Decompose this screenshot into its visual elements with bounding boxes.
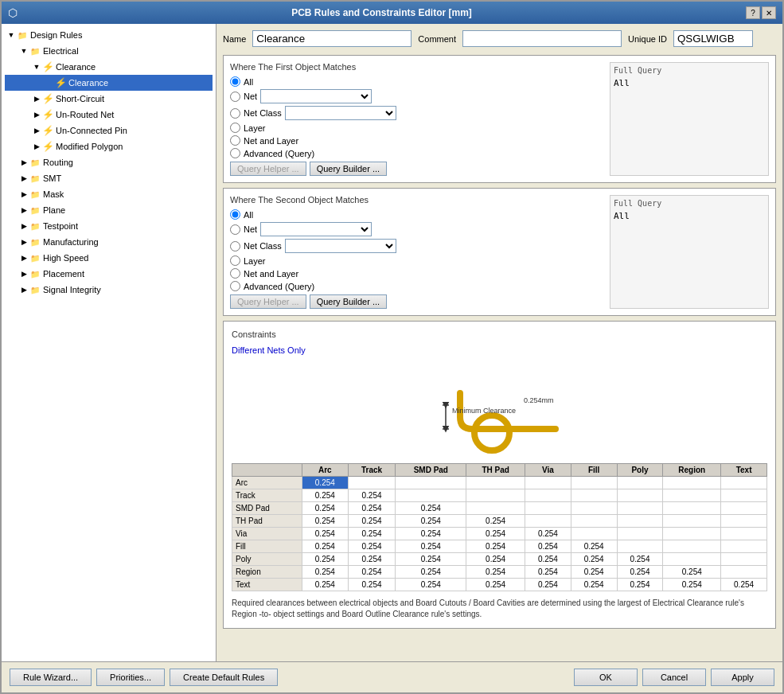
expand-icon[interactable]: ▶ [19, 270, 29, 278]
tree-item-signal-integrity[interactable]: ▶ 📁 Signal Integrity [5, 282, 213, 298]
cell-text-text[interactable]: 0.254 [721, 579, 767, 591]
help-button[interactable]: ? [746, 6, 760, 19]
tree-item-smt[interactable]: ▶ 📁 SMT [5, 170, 213, 186]
cell-th-arc[interactable]: 0.254 [302, 515, 348, 528]
cell-poly-arc[interactable]: 0.254 [302, 553, 348, 566]
cell-fill-track[interactable]: 0.254 [348, 540, 396, 553]
expand-icon[interactable]: ▼ [19, 47, 29, 55]
second-advanced-radio[interactable] [230, 281, 240, 291]
cell-region-track[interactable]: 0.254 [348, 566, 396, 579]
tree-item-design-rules[interactable]: ▼ 📁 Design Rules [5, 27, 213, 43]
cell-via-track[interactable]: 0.254 [348, 528, 396, 540]
tree-item-clearance[interactable]: ⚡ Clearance [5, 75, 213, 91]
apply-btn[interactable]: Apply [711, 669, 774, 686]
tree-item-electrical[interactable]: ▼ 📁 Electrical [5, 43, 213, 59]
cell-fill-smd[interactable]: 0.254 [396, 540, 466, 553]
cell-region-via[interactable]: 0.254 [525, 566, 571, 579]
cell-via-via[interactable]: 0.254 [525, 528, 571, 540]
name-input[interactable] [252, 30, 412, 47]
expand-icon[interactable]: ▶ [19, 254, 29, 262]
create-default-btn[interactable]: Create Default Rules [170, 669, 278, 686]
second-query-helper-btn[interactable]: Query Helper ... [230, 294, 306, 309]
cell-text-th[interactable]: 0.254 [466, 579, 525, 591]
cell-region-smd[interactable]: 0.254 [396, 566, 466, 579]
cell-text-track[interactable]: 0.254 [348, 579, 396, 591]
cell-smd-arc[interactable]: 0.254 [302, 502, 348, 515]
cell-fill-th[interactable]: 0.254 [466, 540, 525, 553]
cell-region-arc[interactable]: 0.254 [302, 566, 348, 579]
cell-via-th[interactable]: 0.254 [466, 528, 525, 540]
cell-region-region[interactable]: 0.254 [663, 566, 721, 579]
tree-item-routing[interactable]: ▶ 📁 Routing [5, 154, 213, 170]
expand-icon[interactable]: ▶ [19, 206, 29, 214]
cell-poly-track[interactable]: 0.254 [348, 553, 396, 566]
second-all-radio[interactable] [230, 209, 240, 220]
cell-region-fill[interactable]: 0.254 [571, 566, 617, 579]
expand-icon[interactable]: ▶ [19, 238, 29, 246]
expand-icon[interactable]: ▶ [32, 127, 41, 135]
cell-region-th[interactable]: 0.254 [466, 566, 525, 579]
second-net-radio[interactable] [230, 224, 240, 235]
cell-via-arc[interactable]: 0.254 [302, 528, 348, 540]
cell-region-poly[interactable]: 0.254 [617, 566, 663, 579]
tree-item-testpoint[interactable]: ▶ 📁 Testpoint [5, 218, 213, 234]
cell-th-th[interactable]: 0.254 [466, 515, 525, 528]
expand-icon[interactable]: ▶ [32, 142, 41, 150]
cell-th-track[interactable]: 0.254 [348, 515, 396, 528]
cell-text-poly[interactable]: 0.254 [617, 579, 663, 591]
second-netclass-radio[interactable] [230, 241, 240, 251]
tree-item-placement[interactable]: ▶ 📁 Placement [5, 266, 213, 282]
tree-item-plane[interactable]: ▶ 📁 Plane [5, 202, 213, 218]
cell-smd-smd[interactable]: 0.254 [396, 502, 466, 515]
cell-th-smd[interactable]: 0.254 [396, 515, 466, 528]
cancel-btn[interactable]: Cancel [642, 669, 706, 686]
close-button[interactable]: ✕ [762, 6, 776, 19]
first-net-select[interactable] [260, 89, 372, 103]
tree-item-un-connected-pin[interactable]: ▶ ⚡ Un-Connected Pin [5, 123, 213, 138]
comment-input[interactable] [462, 30, 622, 47]
tree-item-short-circuit[interactable]: ▶ ⚡ Short-Circuit [5, 91, 213, 107]
tree-item-manufacturing[interactable]: ▶ 📁 Manufacturing [5, 234, 213, 250]
unique-id-input[interactable] [673, 30, 753, 47]
second-net-select[interactable] [260, 222, 372, 236]
cell-text-via[interactable]: 0.254 [525, 579, 571, 591]
cell-smd-track[interactable]: 0.254 [348, 502, 396, 515]
cell-poly-smd[interactable]: 0.254 [396, 553, 466, 566]
expand-icon[interactable]: ▼ [32, 63, 41, 71]
first-query-helper-btn[interactable]: Query Helper ... [230, 162, 306, 176]
first-layer-radio[interactable] [230, 123, 240, 133]
first-query-builder-btn[interactable]: Query Builder ... [310, 162, 387, 176]
cell-track-track[interactable]: 0.254 [348, 489, 396, 502]
second-netlayer-radio[interactable] [230, 268, 240, 279]
expand-icon[interactable]: ▶ [19, 174, 29, 182]
expand-icon[interactable]: ▶ [19, 158, 29, 166]
second-layer-radio[interactable] [230, 255, 240, 266]
first-net-radio[interactable] [230, 92, 240, 102]
rule-wizard-btn[interactable]: Rule Wizard... [10, 669, 92, 686]
first-advanced-radio[interactable] [230, 148, 240, 158]
cell-text-fill[interactable]: 0.254 [571, 579, 617, 591]
cell-fill-fill[interactable]: 0.254 [571, 540, 617, 553]
cell-poly-fill[interactable]: 0.254 [571, 553, 617, 566]
second-query-builder-btn[interactable]: Query Builder ... [310, 294, 387, 309]
first-netclass-radio[interactable] [230, 108, 240, 119]
cell-text-arc[interactable]: 0.254 [302, 579, 348, 591]
cell-poly-poly[interactable]: 0.254 [617, 553, 663, 566]
second-netclass-select[interactable] [285, 239, 396, 253]
first-all-radio[interactable] [230, 76, 240, 87]
expand-icon[interactable]: ▶ [19, 190, 29, 198]
ok-btn[interactable]: OK [574, 669, 638, 686]
cell-fill-via[interactable]: 0.254 [525, 540, 571, 553]
expand-icon[interactable]: ▶ [19, 286, 29, 294]
cell-fill-arc[interactable]: 0.254 [302, 540, 348, 553]
cell-text-smd[interactable]: 0.254 [396, 579, 466, 591]
expand-icon[interactable]: ▶ [32, 95, 41, 103]
tree-item-un-routed-net[interactable]: ▶ ⚡ Un-Routed Net [5, 107, 213, 123]
expand-icon[interactable]: ▶ [19, 222, 29, 230]
cell-text-region[interactable]: 0.254 [663, 579, 721, 591]
tree-item-clearance-group[interactable]: ▼ ⚡ Clearance [5, 59, 213, 75]
expand-icon[interactable]: ▶ [32, 111, 41, 119]
cell-poly-th[interactable]: 0.254 [466, 553, 525, 566]
cell-track-arc[interactable]: 0.254 [302, 489, 348, 502]
first-netclass-select[interactable] [285, 106, 396, 120]
